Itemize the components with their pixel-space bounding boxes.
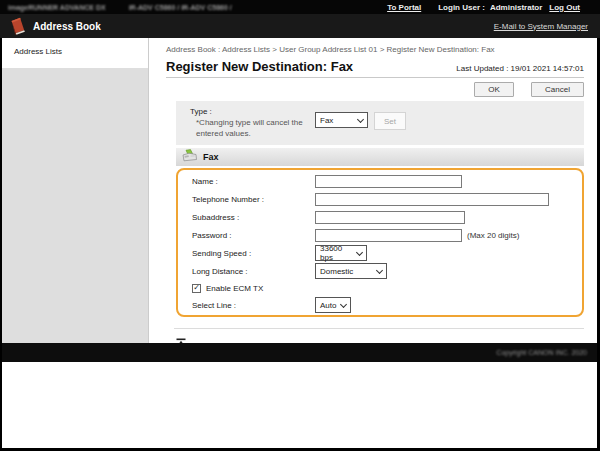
bottom-divider <box>174 328 584 329</box>
subaddress-input[interactable] <box>315 211 465 224</box>
ecm-row: ✓ Enable ECM TX <box>178 280 582 296</box>
chevron-down-icon <box>357 115 364 122</box>
password-note: (Max 20 digits) <box>467 231 519 240</box>
app-title: Address Book <box>33 21 101 32</box>
select-line-value: Auto <box>320 301 336 310</box>
type-labels: Type : *Changing type will cancel the en… <box>176 107 315 145</box>
password-label: Password : <box>192 231 315 240</box>
subaddress-label: Subaddress : <box>192 213 315 222</box>
scroll-to-top-icon[interactable] <box>176 333 186 342</box>
device-model-redacted: imageRUNNER ADVANCE DX <box>8 4 106 11</box>
telephone-input[interactable] <box>315 193 549 206</box>
main-panel: Address Book : Address Lists > User Grou… <box>149 38 597 343</box>
ok-button[interactable]: OK <box>474 82 514 97</box>
content-area: Address Lists Address Book : Address Lis… <box>2 38 597 343</box>
select-line-select[interactable]: Auto <box>315 297 351 313</box>
long-distance-value: Domestic <box>320 267 353 276</box>
remote-ui-page: imageRUNNER ADVANCE DX iR-ADV C5860 / iR… <box>0 0 600 451</box>
cancel-button[interactable]: Cancel <box>531 82 584 97</box>
checkmark-icon: ✓ <box>193 284 200 292</box>
footer: Copyright CANON INC. 2020 <box>2 343 597 362</box>
title-divider <box>166 77 584 78</box>
sidebar-background <box>2 68 148 343</box>
type-label: Type : <box>190 107 315 116</box>
type-select[interactable]: Fax <box>315 112 368 128</box>
name-input[interactable] <box>315 175 462 188</box>
breadcrumb[interactable]: Address Book : Address Lists > User Grou… <box>166 38 584 54</box>
type-note-line1: *Changing type will cancel the <box>196 118 315 127</box>
fax-icon <box>181 148 198 166</box>
telephone-label: Telephone Number : <box>192 195 315 204</box>
password-row: Password : (Max 20 digits) <box>178 226 582 244</box>
empty-area <box>2 362 597 448</box>
device-name-redacted: iR-ADV C5860 / iR-ADV C5860 / <box>129 4 232 11</box>
last-updated: Last Updated : 19/01 2021 14:57:01 <box>456 64 584 74</box>
subaddress-row: Subaddress : <box>178 208 582 226</box>
name-label: Name : <box>192 177 315 186</box>
app-title-bar: Address Book E-Mail to System Manager <box>0 14 600 38</box>
email-to-system-manager-link[interactable]: E-Mail to System Manager <box>494 22 588 31</box>
page-title: Register New Destination: Fax <box>166 59 353 74</box>
ecm-label: Enable ECM TX <box>206 284 263 293</box>
chevron-down-icon <box>340 300 347 307</box>
type-controls: Fax Set <box>315 112 406 145</box>
sending-speed-select[interactable]: 33600 bps <box>315 245 367 261</box>
fax-form: Name : Telephone Number : Subaddress : P… <box>176 168 584 317</box>
address-book-icon <box>10 17 26 35</box>
telephone-row: Telephone Number : <box>178 190 582 208</box>
sidebar: Address Lists <box>2 38 149 343</box>
password-input[interactable] <box>315 229 462 242</box>
sending-speed-row: Sending Speed : 33600 bps <box>178 244 582 262</box>
chevron-down-icon <box>356 248 363 255</box>
sending-speed-label: Sending Speed : <box>192 249 315 258</box>
fax-section-title: Fax <box>203 152 219 162</box>
sending-speed-value: 33600 bps <box>320 244 354 262</box>
long-distance-label: Long Distance : <box>192 267 315 276</box>
type-note-line2: entered values. <box>196 129 315 138</box>
type-select-value: Fax <box>320 116 333 125</box>
chevron-down-icon <box>376 266 383 273</box>
action-buttons: OK Cancel <box>166 82 584 97</box>
session-links: To Portal Login User : Administrator Log… <box>387 3 580 12</box>
log-out-link[interactable]: Log Out <box>549 3 580 12</box>
device-info-redacted: imageRUNNER ADVANCE DX iR-ADV C5860 / iR… <box>8 4 232 11</box>
long-distance-select[interactable]: Domestic <box>315 263 387 279</box>
login-user-name: Administrator <box>490 3 542 12</box>
type-section: Type : *Changing type will cancel the en… <box>176 101 584 145</box>
to-portal-link[interactable]: To Portal <box>387 3 421 12</box>
copyright-text: Copyright CANON INC. 2020 <box>496 349 587 356</box>
top-device-bar: imageRUNNER ADVANCE DX iR-ADV C5860 / iR… <box>0 0 600 14</box>
set-button[interactable]: Set <box>374 112 406 130</box>
fax-section-header: Fax <box>176 148 584 166</box>
sidebar-item-address-lists[interactable]: Address Lists <box>2 38 148 68</box>
select-line-label: Select Line : <box>192 301 315 310</box>
enable-ecm-tx-checkbox[interactable]: ✓ <box>192 284 201 293</box>
name-row: Name : <box>178 172 582 190</box>
select-line-row: Select Line : Auto <box>178 296 582 314</box>
title-row: Register New Destination: Fax Last Updat… <box>166 59 584 74</box>
login-user-label: Login User : <box>438 3 485 12</box>
long-distance-row: Long Distance : Domestic <box>178 262 582 280</box>
